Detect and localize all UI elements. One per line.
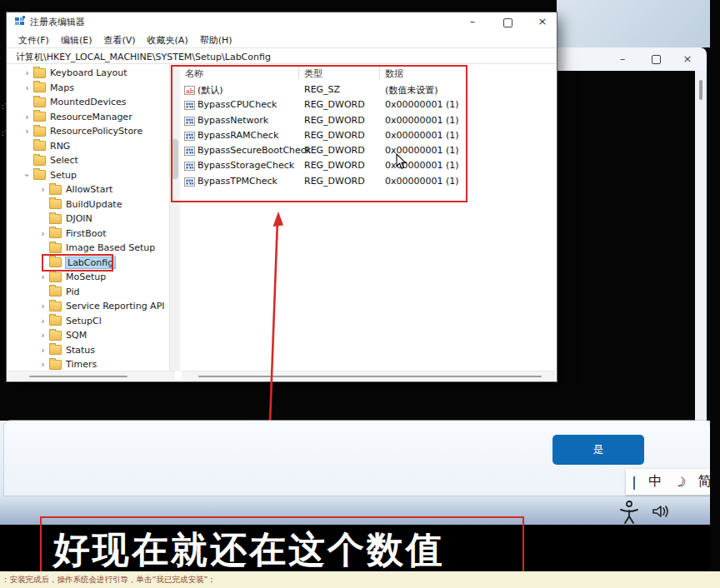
tree-item-label: Status [66,345,95,356]
ime-shape-icon[interactable]: ☽ [672,472,688,491]
chevron-collapsed-icon[interactable]: › [38,331,48,340]
folder-icon [33,97,46,107]
tree-item-select[interactable]: Select [7,153,169,168]
menu-item-v[interactable]: 查看(V) [103,32,135,49]
annotation-box-values [171,65,468,202]
chevron-expanded-icon[interactable]: › [22,170,32,181]
bg-minimize-button[interactable]: – [612,47,633,71]
background-window-titlebar: – × [557,47,707,71]
chevron-collapsed-icon[interactable]: › [22,83,32,92]
tree-item-label: FirstBoot [66,228,106,239]
close-button[interactable]: × [530,12,555,31]
mouse-cursor [395,153,408,171]
caption-text: ：安装完成后，操作系统会进行引导，单击“我已完成安装”； [2,575,216,586]
tree-item-label: MountedDevices [50,97,127,107]
annotation-box-subtitle [40,516,524,574]
tree-item-resourcemanager[interactable]: ›ResourceManager [7,110,169,125]
annotation-box-labconfig [42,254,113,272]
ime-mode-chinese[interactable]: 中 [648,473,662,491]
window-title: 注册表编辑器 [30,16,85,28]
tree-item-label: DJOIN [66,213,92,224]
folder-icon [33,112,46,122]
tree-item-keyboard-layout[interactable]: ›Keyboard Layout [7,66,169,81]
yes-button[interactable]: 是 [552,435,644,465]
accessibility-icon[interactable] [618,500,640,525]
registry-editor-icon [15,16,26,27]
tree-item-mounteddevices[interactable]: MountedDevices [7,95,169,110]
tree-item-label: AllowStart [66,184,112,195]
minimize-button[interactable]: – [460,12,485,31]
chevron-collapsed-icon[interactable]: › [38,346,48,355]
tree-item-label: Pid [66,287,79,297]
menu-bar: 文件(F)编辑(E)查看(V)收藏夹(A)帮助(H) [7,31,557,47]
tree-item-label: Select [50,155,78,166]
folder-icon [49,214,62,224]
chevron-collapsed-icon[interactable]: › [38,301,48,311]
tree-item-label: ResourcePolicyStore [50,126,142,137]
tree-item-label: Maps [50,82,74,93]
folder-icon [49,316,62,326]
tree-item-label: SetupCl [66,316,102,326]
registry-tree: ›Keyboard Layout›MapsMountedDevices›Reso… [7,64,169,371]
maximize-button[interactable] [503,18,512,27]
folder-icon [33,82,46,92]
tree-item-djoin[interactable]: DJOIN [7,212,169,227]
tree-item-setupcl[interactable]: ›SetupCl [7,314,169,329]
menu-item-h[interactable]: 帮助(H) [200,32,232,49]
folder-icon [33,141,46,151]
tree-item-mosetup[interactable]: ›MoSetup [7,270,169,285]
folder-icon [49,301,62,311]
tree-item-image-based-setup[interactable]: Image Based Setup [7,241,169,256]
video-frame: – × :\ :\ 注册表编辑器 – × 文件(F)编辑(E)查看(V)收藏夹(… [0,0,720,588]
tree-item-label: Timers [66,359,97,370]
tree-item-label: Setup [50,170,77,181]
chevron-collapsed-icon[interactable]: › [22,112,32,122]
ime-language-bar[interactable]: | 中 ☽ 简 [626,469,718,495]
chevron-collapsed-icon[interactable]: › [38,229,48,238]
chevron-collapsed-icon[interactable]: › [22,127,32,136]
bg-maximize-button[interactable] [652,55,661,64]
letterbox-right [710,0,720,571]
folder-icon [49,199,62,209]
volume-icon[interactable] [652,503,675,523]
menu-item-a[interactable]: 收藏夹(A) [148,32,188,49]
bg-close-button[interactable]: × [677,47,698,71]
chevron-collapsed-icon[interactable]: › [38,272,48,282]
tree-item-allowstart[interactable]: ›AllowStart [7,182,169,197]
folder-icon [33,68,46,78]
tree-item-resourcepolicystore[interactable]: ›ResourcePolicyStore [7,124,169,139]
tree-item-sqm[interactable]: ›SQM [7,328,169,343]
background-window-scrollbar-thumb[interactable] [699,80,702,100]
tree-horizontal-scrollbar[interactable] [8,371,175,381]
chevron-collapsed-icon[interactable]: › [38,185,48,194]
tree-item-maps[interactable]: ›Maps [7,81,169,96]
address-path: 计算机\HKEY_LOCAL_MACHINE\SYSTEM\Setup\LabC… [16,51,271,63]
address-bar[interactable]: 计算机\HKEY_LOCAL_MACHINE\SYSTEM\Setup\LabC… [7,47,557,64]
tree-item-pid[interactable]: Pid [7,285,169,300]
desktop-background [557,0,710,47]
tree-item-label: RNG [50,141,70,152]
background-window-scrollbar[interactable] [695,71,707,421]
tree-item-timers[interactable]: ›Timers [7,357,169,371]
tree-item-buildupdate[interactable]: BuildUpdate [7,197,169,212]
tree-item-status[interactable]: ›Status [7,343,169,358]
tree-item-rng[interactable]: RNG [7,139,169,154]
caption-strip: ：安装完成后，操作系统会进行引导，单击“我已完成安装”； [0,571,720,588]
tree-item-label: SQM [66,330,87,341]
registry-titlebar: 注册表编辑器 – × [7,12,557,31]
tree-item-service-reporting-api[interactable]: ›Service Reporting API [7,299,169,314]
tree-item-firstboot[interactable]: ›FirstBoot [7,227,169,242]
chevron-collapsed-icon[interactable]: › [38,360,48,369]
tree-item-setup[interactable]: ›Setup [7,168,169,183]
chevron-collapsed-icon[interactable]: › [22,68,32,77]
tree-item-label: Service Reporting API [66,301,165,311]
menu-item-f[interactable]: 文件(F) [18,32,49,49]
tree-item-label: MoSetup [66,272,106,282]
chevron-collapsed-icon[interactable]: › [38,316,48,326]
folder-icon [49,360,62,370]
menu-item-e[interactable]: 编辑(E) [61,32,92,49]
folder-icon [49,272,62,282]
list-horizontal-scrollbar[interactable] [182,371,555,381]
ime-caret: | [632,474,636,490]
folder-icon [49,243,62,253]
